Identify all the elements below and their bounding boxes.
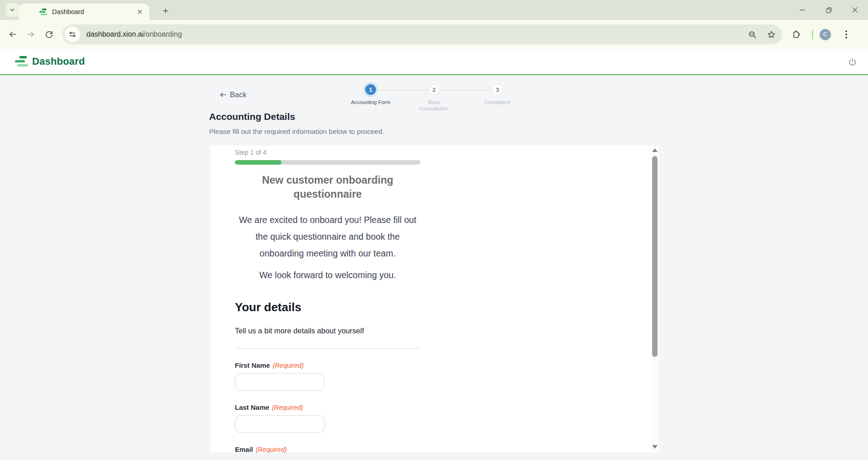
email-required-badge: (Required)	[256, 446, 287, 453]
avatar[interactable]: C	[820, 29, 831, 40]
step-1-label: Accounting Form	[350, 99, 391, 105]
site-settings-button[interactable]	[65, 27, 80, 42]
close-window-button[interactable]	[842, 0, 868, 20]
avatar-initial: C	[823, 31, 827, 38]
minimize-button[interactable]	[789, 0, 816, 20]
email-label: Email	[235, 446, 253, 453]
step-1-accounting-form[interactable]: 1 Accounting Form	[339, 84, 402, 112]
browser-tab[interactable]: Dashboard	[19, 4, 149, 20]
power-icon	[848, 57, 857, 67]
form-heading: New customer onboarding questionnaire	[235, 173, 420, 201]
scrollbar-thumb[interactable]	[652, 156, 658, 357]
puzzle-icon	[792, 30, 801, 39]
url-bar[interactable]: dashboard.xion.ai/onboarding	[62, 24, 782, 44]
new-tab-button[interactable]	[159, 5, 172, 17]
step-2-book-consultation[interactable]: 2 Book Consultation	[402, 84, 466, 112]
last-name-input[interactable]	[235, 415, 324, 433]
step-3-completed[interactable]: 3 Completed	[466, 84, 529, 112]
section-subtitle: Tell us a bit more details about yoursel…	[235, 327, 420, 335]
stepper: 1 Accounting Form 2 Book Consultation 3 …	[339, 84, 529, 112]
tab-close-icon[interactable]	[136, 8, 144, 16]
section-title: Your details	[235, 300, 420, 314]
tab-strip: Dashboard	[0, 0, 868, 20]
first-name-field-group: First Name (Required)	[235, 361, 420, 391]
form-scrollbar[interactable]	[651, 146, 659, 452]
form-panel: Step 1 of 4 New customer onboarding ques…	[210, 146, 659, 452]
chevron-down-icon	[9, 7, 15, 13]
tab-list-chevron-button[interactable]	[5, 3, 19, 17]
url-text[interactable]: dashboard.xion.ai/onboarding	[86, 30, 744, 38]
step-3-circle: 3	[492, 84, 503, 95]
browser-menu-button[interactable]	[838, 26, 854, 43]
back-link-label: Back	[230, 90, 247, 99]
url-path: /onboarding	[143, 30, 182, 38]
last-name-required-badge: (Required)	[272, 404, 303, 411]
window-controls	[789, 0, 868, 20]
last-name-label: Last Name	[235, 403, 269, 411]
scroll-up-icon[interactable]	[652, 148, 658, 152]
tab-title: Dashboard	[52, 8, 136, 15]
logout-button[interactable]	[846, 56, 858, 68]
first-name-label: First Name	[235, 361, 270, 369]
close-icon	[852, 7, 858, 13]
reload-icon	[45, 30, 53, 39]
scroll-down-icon[interactable]	[652, 445, 658, 449]
back-link[interactable]: Back	[216, 90, 247, 99]
minimize-icon	[799, 7, 806, 13]
step-3-label: Completed	[477, 99, 518, 105]
form-column: Step 1 of 4 New customer onboarding ques…	[235, 146, 420, 453]
bookmark-button[interactable]	[763, 26, 779, 43]
app-brand: Dashboard	[32, 56, 85, 67]
back-button[interactable]	[4, 25, 22, 43]
extensions-button[interactable]	[788, 26, 805, 43]
browser-window: Dashboard	[0, 0, 868, 460]
step-1-circle: 1	[365, 84, 376, 95]
last-name-field-group: Last Name (Required)	[235, 403, 420, 433]
step-2-circle: 2	[429, 84, 439, 95]
email-field-group: Email (Required)	[235, 446, 420, 453]
back-arrow-icon	[8, 30, 17, 39]
url-domain: dashboard.xion.ai	[86, 30, 143, 38]
profile-separator	[812, 30, 813, 39]
page-subtitle: Please fill out the required information…	[209, 128, 384, 136]
tab-favicon	[39, 8, 48, 15]
restore-icon	[825, 7, 832, 14]
form-intro-closing: We look forward to welcoming you.	[235, 267, 420, 284]
tune-icon	[69, 31, 76, 38]
progress-bar	[235, 160, 420, 165]
form-intro-paragraph: We are excited to onboard you! Please fi…	[235, 212, 420, 262]
forward-arrow-icon	[26, 30, 35, 39]
step-2-label: Book Consultation	[413, 99, 455, 112]
app-logo-icon	[15, 55, 29, 68]
zoom-button[interactable]	[744, 26, 760, 43]
forward-button[interactable]	[22, 25, 40, 43]
first-name-required-badge: (Required)	[273, 362, 304, 369]
app-header: Dashboard	[0, 49, 868, 75]
form-step-indicator: Step 1 of 4	[235, 149, 420, 156]
main-content: Back 1 Accounting Form 2 Book Consultati…	[0, 75, 868, 460]
zoom-out-icon	[748, 30, 757, 39]
kebab-icon	[845, 30, 847, 38]
plus-icon	[162, 7, 169, 14]
section-divider	[235, 348, 420, 349]
restore-button[interactable]	[816, 0, 842, 20]
page-title: Accounting Details	[209, 111, 295, 122]
reload-button[interactable]	[40, 25, 58, 43]
progress-fill	[235, 160, 281, 165]
star-icon	[767, 30, 776, 39]
first-name-input[interactable]	[235, 373, 324, 391]
browser-toolbar: dashboard.xion.ai/onboarding C	[0, 20, 868, 49]
back-arrow-icon	[219, 91, 227, 99]
toolbar-right-cluster: C	[788, 26, 858, 43]
